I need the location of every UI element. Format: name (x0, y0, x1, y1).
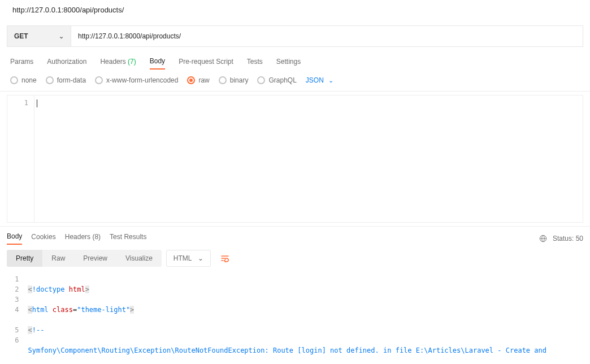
response-view-row: Pretty Raw Preview Visualize HTML ⌄ (0, 245, 590, 272)
tab-settings[interactable]: Settings (276, 58, 301, 69)
resp-headers-count: (8) (92, 233, 101, 241)
globe-icon[interactable] (539, 235, 547, 242)
headers-count: (7) (128, 58, 136, 66)
line-number: 6 (7, 335, 19, 345)
view-visualize[interactable]: Visualize (116, 250, 162, 267)
request-tabs: Params Authorization Headers (7) Body Pr… (0, 53, 590, 70)
radio-graphql[interactable]: GraphQL (257, 76, 296, 84)
line-number: 5 (7, 325, 19, 335)
view-pretty[interactable]: Pretty (7, 250, 42, 267)
status-label: Status: 50 (553, 235, 583, 242)
line-number: 4 (7, 305, 19, 315)
radio-binary[interactable]: binary (219, 76, 249, 84)
line-number: 3 (7, 294, 19, 305)
radio-raw[interactable]: raw (187, 76, 209, 84)
url-input[interactable] (71, 25, 583, 47)
tab-headers[interactable]: Headers (7) (100, 58, 136, 69)
request-title: http://127.0.0.1:8000/api/products/ (0, 0, 590, 20)
editor-code[interactable] (34, 96, 583, 222)
resp-tab-body[interactable]: Body (7, 232, 22, 245)
view-segmented: Pretty Raw Preview Visualize (7, 250, 162, 267)
radio-raw-label: raw (198, 76, 209, 84)
view-raw[interactable]: Raw (42, 250, 74, 267)
text-cursor (37, 99, 37, 107)
resp-tab-test-results[interactable]: Test Results (110, 233, 146, 244)
radio-xwww-label: x-www-form-urlencoded (106, 76, 178, 84)
raw-type-label: JSON (306, 76, 324, 84)
tab-body[interactable]: Body (150, 57, 165, 70)
line-number: 1 (7, 274, 19, 284)
body-type-row: none form-data x-www-form-urlencoded raw… (0, 70, 590, 92)
resp-tab-headers-label: Headers (65, 233, 90, 241)
chevron-down-icon: ⌄ (198, 254, 203, 262)
radio-graphql-label: GraphQL (268, 76, 296, 84)
request-body-editor[interactable]: 1 (7, 95, 583, 223)
view-preview[interactable]: Preview (74, 250, 116, 267)
tab-authorization[interactable]: Authorization (47, 58, 86, 69)
request-bar: GET ⌄ (0, 20, 590, 53)
radio-none[interactable]: none (10, 76, 37, 84)
line-number: 2 (7, 284, 19, 294)
response-tabs: Body Cookies Headers (8) Test Results St… (0, 226, 590, 245)
wrap-lines-button[interactable] (215, 249, 235, 267)
editor-gutter: 1 (7, 96, 34, 222)
radio-binary-label: binary (230, 76, 249, 84)
resp-tab-headers[interactable]: Headers (8) (65, 233, 101, 244)
method-label: GET (14, 32, 28, 40)
raw-type-select[interactable]: JSON ⌄ (306, 76, 333, 84)
response-body-editor[interactable]: 1 2 3 4 5 6 <!doctype html> <html class=… (7, 272, 583, 364)
tab-headers-label: Headers (100, 58, 125, 66)
tab-prerequest[interactable]: Pre-request Script (179, 58, 233, 69)
response-code[interactable]: <!doctype html> <html class="theme-light… (25, 272, 583, 364)
resp-tab-cookies[interactable]: Cookies (31, 233, 55, 244)
response-format-label: HTML (173, 254, 192, 262)
radio-form-data-label: form-data (57, 76, 86, 84)
radio-form-data[interactable]: form-data (46, 76, 86, 84)
response-format-select[interactable]: HTML ⌄ (166, 250, 211, 267)
tab-tests[interactable]: Tests (247, 58, 263, 69)
radio-none-label: none (21, 76, 37, 84)
response-gutter: 1 2 3 4 5 6 (7, 272, 25, 364)
tab-params[interactable]: Params (10, 58, 33, 69)
chevron-down-icon: ⌄ (328, 77, 333, 84)
method-select[interactable]: GET ⌄ (7, 25, 71, 47)
line-number: 1 (7, 99, 28, 107)
line-number-blank (7, 315, 19, 325)
chevron-down-icon: ⌄ (59, 33, 64, 40)
radio-xwww[interactable]: x-www-form-urlencoded (95, 76, 178, 84)
